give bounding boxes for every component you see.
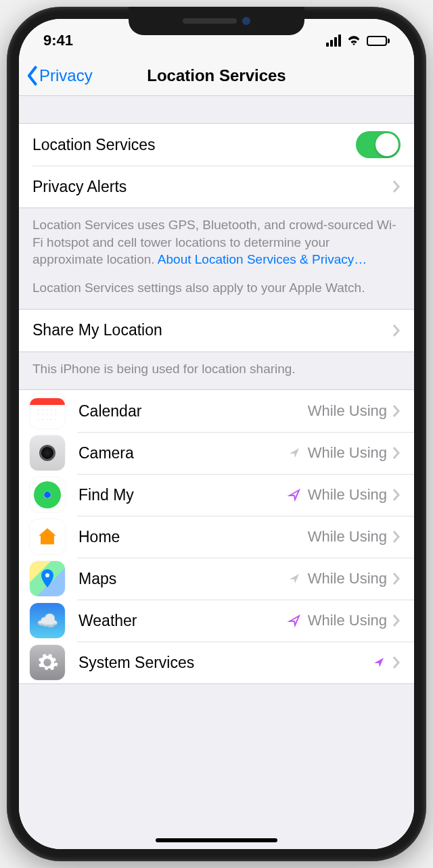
app-name: Calendar bbox=[78, 402, 308, 420]
cellular-signal-icon bbox=[326, 34, 341, 47]
battery-icon bbox=[367, 36, 390, 46]
chevron-right-icon bbox=[392, 404, 401, 418]
app-name: Maps bbox=[78, 570, 288, 588]
app-row-home[interactable]: HomeWhile Using bbox=[19, 516, 414, 558]
app-permission-value: While Using bbox=[308, 444, 387, 462]
privacy-alerts-row[interactable]: Privacy Alerts bbox=[19, 166, 414, 208]
app-name: Home bbox=[78, 528, 308, 546]
chevron-right-icon bbox=[392, 530, 401, 544]
system-services-label: System Services bbox=[78, 654, 372, 672]
back-label: Privacy bbox=[39, 66, 93, 85]
chevron-right-icon bbox=[392, 446, 401, 460]
camera-app-icon bbox=[30, 435, 65, 471]
app-name: Weather bbox=[78, 612, 288, 630]
calendar-app-icon: · · · · ·· · · · ·· · · · · bbox=[30, 393, 65, 429]
location-arrow-icon bbox=[288, 614, 301, 627]
chevron-right-icon bbox=[392, 488, 401, 502]
share-my-location-label: Share My Location bbox=[32, 321, 392, 339]
app-name: Find My bbox=[78, 486, 288, 504]
location-arrow-icon bbox=[288, 488, 301, 502]
home-indicator[interactable] bbox=[156, 838, 277, 842]
app-permission-value: While Using bbox=[308, 486, 387, 504]
findmy-app-icon bbox=[30, 477, 65, 512]
system-services-row[interactable]: System Services bbox=[19, 642, 414, 683]
share-my-location-row[interactable]: Share My Location bbox=[19, 310, 414, 352]
location-arrow-icon bbox=[372, 656, 386, 669]
home-app-icon bbox=[30, 519, 65, 554]
app-row-camera[interactable]: CameraWhile Using bbox=[19, 432, 414, 474]
maps-app-icon bbox=[30, 561, 65, 596]
location-services-description: Location Services uses GPS, Bluetooth, a… bbox=[19, 208, 414, 309]
system-services-icon bbox=[30, 645, 65, 680]
share-footer: This iPhone is being used for location s… bbox=[19, 352, 414, 390]
content[interactable]: Location Services Privacy Alerts Locatio… bbox=[19, 96, 414, 849]
app-permission-value: While Using bbox=[308, 570, 387, 587]
location-services-toggle[interactable] bbox=[356, 131, 401, 158]
privacy-alerts-label: Privacy Alerts bbox=[32, 178, 392, 196]
chevron-left-icon bbox=[26, 66, 38, 86]
wifi-icon bbox=[346, 34, 361, 47]
back-button[interactable]: Privacy bbox=[26, 66, 93, 86]
app-permission-value: While Using bbox=[308, 402, 387, 420]
nav-bar: Privacy Location Services bbox=[19, 55, 414, 96]
screen: 9:41 Privacy Location Services Location … bbox=[19, 19, 414, 849]
app-row-maps[interactable]: MapsWhile Using bbox=[19, 558, 414, 600]
app-name: Camera bbox=[78, 444, 288, 462]
app-row-find-my[interactable]: Find MyWhile Using bbox=[19, 474, 414, 516]
app-permission-value: While Using bbox=[308, 528, 387, 546]
location-arrow-icon bbox=[288, 446, 301, 460]
weather-app-icon: ☁️ bbox=[30, 603, 65, 638]
chevron-right-icon bbox=[392, 572, 401, 585]
app-row-calendar[interactable]: · · · · ·· · · · ·· · · · ·CalendarWhile… bbox=[19, 390, 414, 432]
chevron-right-icon bbox=[392, 614, 401, 627]
chevron-right-icon bbox=[392, 324, 401, 337]
location-services-toggle-row[interactable]: Location Services bbox=[19, 124, 414, 166]
status-time: 9:41 bbox=[43, 32, 73, 49]
app-row-weather[interactable]: ☁️WeatherWhile Using bbox=[19, 600, 414, 642]
notch bbox=[129, 7, 304, 35]
location-arrow-icon bbox=[288, 572, 301, 585]
svg-point-0 bbox=[45, 573, 49, 577]
about-location-link[interactable]: About Location Services & Privacy… bbox=[158, 252, 367, 266]
app-permission-value: While Using bbox=[308, 612, 387, 629]
chevron-right-icon bbox=[392, 180, 401, 193]
device-frame: 9:41 Privacy Location Services Location … bbox=[7, 7, 426, 861]
chevron-right-icon bbox=[392, 656, 401, 669]
location-services-label: Location Services bbox=[32, 136, 356, 154]
